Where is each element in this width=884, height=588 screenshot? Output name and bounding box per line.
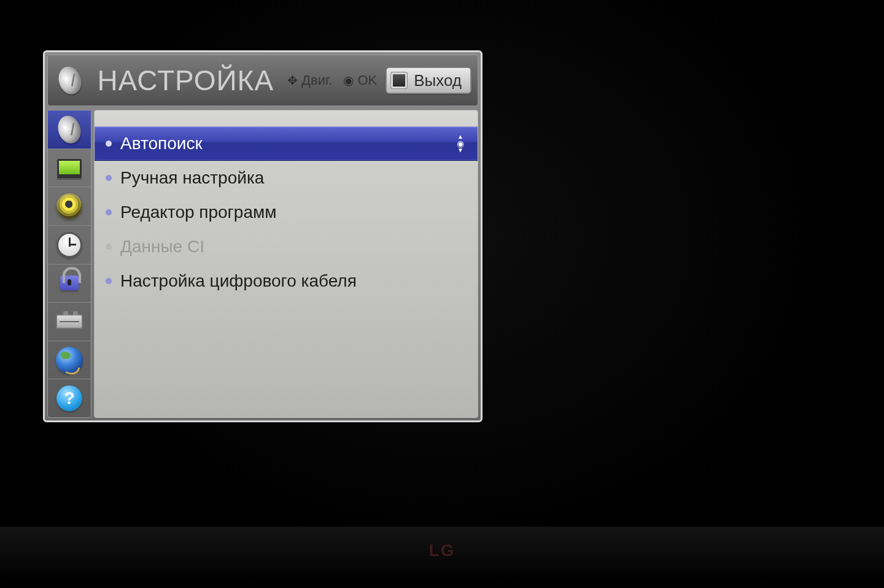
menu-item-label: Редактор программ	[120, 203, 276, 222]
toolbox-icon	[56, 314, 83, 329]
bullet-icon	[106, 175, 112, 181]
sidebar-item-audio[interactable]	[48, 187, 91, 226]
exit-label: Выход	[414, 71, 462, 90]
selection-indicator-icon: ▲◉▼	[457, 134, 464, 153]
osd-window: НАСТРОЙКА ✥ Двиг. ◉ OK Выход	[43, 50, 483, 422]
globe-icon	[56, 347, 83, 374]
osd-body: ? Автопоиск ▲◉▼ Ручная настройка	[47, 110, 478, 418]
menu-item-ci-information: Данные CI	[95, 230, 478, 264]
sidebar: ?	[47, 110, 91, 418]
sidebar-item-network[interactable]	[48, 341, 91, 380]
bullet-icon	[106, 141, 112, 147]
menu-panel: Автопоиск ▲◉▼ Ручная настройка Редактор …	[94, 110, 478, 418]
ok-icon: ◉	[343, 73, 354, 88]
menu-item-auto-tuning[interactable]: Автопоиск ▲◉▼	[95, 126, 478, 161]
tv-brand-logo: LG	[429, 541, 456, 560]
hint-ok-label: OK	[357, 72, 377, 88]
menu-item-label: Данные CI	[120, 237, 204, 257]
bullet-icon	[106, 209, 112, 215]
bullet-icon	[106, 244, 112, 250]
sidebar-item-options[interactable]	[48, 303, 91, 341]
menu-item-label: Автопоиск	[120, 134, 203, 153]
exit-button[interactable]: Выход	[386, 67, 471, 94]
speaker-icon	[56, 193, 82, 219]
menu-item-label: Ручная настройка	[120, 168, 264, 188]
bullet-icon	[106, 278, 112, 284]
page-title: НАСТРОЙКА	[97, 64, 274, 97]
sidebar-item-help[interactable]: ?	[48, 379, 91, 417]
hint-move-label: Двиг.	[301, 72, 332, 88]
sidebar-item-lock[interactable]	[48, 265, 91, 303]
sidebar-item-setup[interactable]	[48, 110, 91, 149]
menu-list: Автопоиск ▲◉▼ Ручная настройка Редактор …	[95, 126, 478, 298]
menu-item-cable-dtv-setting[interactable]: Настройка цифрового кабеля	[95, 264, 478, 298]
lock-icon	[60, 276, 79, 290]
satellite-icon	[52, 60, 88, 101]
osd-header: НАСТРОЙКА ✥ Двиг. ◉ OK Выход	[47, 55, 478, 106]
satellite-icon	[55, 112, 84, 146]
menu-item-programme-edit[interactable]: Редактор программ	[95, 195, 478, 230]
hint-move: ✥ Двиг.	[287, 72, 332, 88]
menu-item-manual-tuning[interactable]: Ручная настройка	[95, 161, 478, 195]
hint-ok: ◉ OK	[343, 72, 377, 88]
help-icon: ?	[56, 385, 82, 411]
clock-icon	[56, 232, 82, 258]
menu-item-label: Настройка цифрового кабеля	[120, 271, 357, 291]
nav-hints: ✥ Двиг. ◉ OK	[287, 72, 377, 88]
sidebar-item-time[interactable]	[48, 226, 91, 265]
screen-icon	[57, 159, 82, 176]
scene: НАСТРОЙКА ✥ Двиг. ◉ OK Выход	[0, 0, 884, 588]
exit-key-icon	[390, 72, 408, 89]
sidebar-item-picture[interactable]	[48, 149, 91, 188]
dpad-icon: ✥	[287, 73, 298, 88]
